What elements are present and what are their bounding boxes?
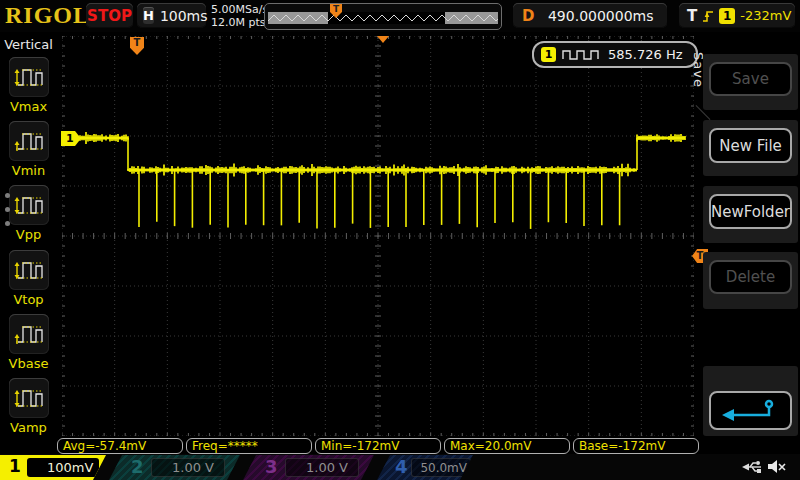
new-file-button[interactable]: New File xyxy=(709,128,792,163)
new-folder-button[interactable]: NewFolder xyxy=(709,194,792,229)
measure-item-label: Vbase xyxy=(0,356,57,371)
left-menu-title: Vertical xyxy=(0,37,57,52)
memory-waveform-strip xyxy=(268,12,498,24)
channel-scale-box: 50.0mV xyxy=(411,458,471,477)
channel2-status[interactable]: 2 1.00 V xyxy=(109,455,240,480)
channel1-trace xyxy=(62,36,694,436)
channel3-status[interactable]: 3 1.00 V xyxy=(243,455,374,480)
channel4-status[interactable]: 4 50.0mV xyxy=(377,455,473,480)
measurement-readout-min: Min=-172mV xyxy=(315,438,441,454)
vpp-button[interactable] xyxy=(9,185,49,225)
channel-scale: 50.0mV xyxy=(420,461,467,475)
measure-item-label: Vmax xyxy=(0,99,57,114)
measurement-readout-max: Max=20.0mV xyxy=(444,438,570,454)
channel-scale-box: 100mV xyxy=(27,458,99,477)
delay-value: 490.000000ms xyxy=(534,8,667,24)
sample-rate: 5.00MSa/s xyxy=(211,3,268,16)
channel-number: 4 xyxy=(395,456,408,477)
usb-icon[interactable] xyxy=(740,459,764,474)
waveform-display xyxy=(62,36,694,436)
memory-waveform-icon xyxy=(268,12,498,24)
measure-item-label: Vamp xyxy=(0,420,57,435)
return-button[interactable] xyxy=(709,391,792,430)
delay-label: D xyxy=(522,7,534,25)
measurement-readout-avg: Avg=-57.4mV xyxy=(57,438,183,454)
rigol-logo: RIGOL xyxy=(5,2,90,29)
memory-depth: 12.0M pts xyxy=(211,16,268,29)
trigger-label: T xyxy=(687,7,697,25)
channel-scale: 1.00 V xyxy=(172,460,214,475)
measurement-readout-base: Base=-172mV xyxy=(573,438,699,454)
top-status-bar: RIGOL STOP H 100ms 5.00MSa/s 12.0M pts T… xyxy=(0,0,800,32)
vmax-button[interactable] xyxy=(9,57,49,97)
page-indicator-dots xyxy=(5,193,10,235)
timebase-label: H xyxy=(143,7,154,24)
channel-scale-box: 1.00 V xyxy=(285,458,359,477)
trigger-level-value: -232mV xyxy=(740,8,791,23)
vbase-button[interactable] xyxy=(9,314,49,354)
horizontal-timebase-group[interactable]: H 100ms xyxy=(137,3,206,28)
measurement-readout-freq: Freq=***** xyxy=(186,438,312,454)
save-button[interactable]: Save xyxy=(709,62,792,96)
acquisition-info: 5.00MSa/s 12.0M pts xyxy=(211,3,268,29)
run-state-indicator[interactable]: STOP xyxy=(86,3,133,28)
vtop-button[interactable] xyxy=(9,250,49,290)
freq-counter-value: 585.726 Hz xyxy=(608,47,683,62)
delete-button[interactable]: Delete xyxy=(709,260,792,294)
trigger-delay-indicator xyxy=(377,36,389,43)
vmax-icon xyxy=(13,64,45,91)
channel-number: 2 xyxy=(131,456,144,477)
freq-counter-channel-badge: 1 xyxy=(541,47,556,62)
channel1-status[interactable]: 1 100mV xyxy=(0,455,106,480)
vmin-icon xyxy=(13,128,45,155)
vbase-icon xyxy=(13,321,45,348)
vamp-button[interactable] xyxy=(9,378,49,418)
rising-edge-icon xyxy=(702,8,714,24)
channel-number: 3 xyxy=(265,456,278,477)
memory-position-bar[interactable]: T xyxy=(264,3,502,30)
channel-scale-box: 1.00 V xyxy=(151,458,225,477)
trigger-readout-group[interactable]: T 1 -232mV xyxy=(679,3,795,28)
speaker-muted-icon[interactable] xyxy=(766,458,788,475)
return-arrow-icon xyxy=(719,398,783,424)
channel-number: 1 xyxy=(9,456,21,476)
vpp-icon xyxy=(13,192,45,219)
frequency-counter: 1 585.726 Hz xyxy=(532,41,698,68)
vmin-button[interactable] xyxy=(9,121,49,161)
oscilloscope-screen: RIGOL STOP H 100ms 5.00MSa/s 12.0M pts T… xyxy=(0,0,800,480)
channel-status-bar: 1 100mV 2 1.00 V 3 1.00 V 4 50.0mV xyxy=(0,454,800,480)
delay-readout-group[interactable]: D 490.000000ms xyxy=(513,3,667,28)
vtop-icon xyxy=(13,257,45,284)
channel-scale: 100mV xyxy=(47,460,93,475)
timebase-value: 100ms xyxy=(160,8,208,24)
channel-scale: 1.00 V xyxy=(306,460,348,475)
measure-item-label: Vtop xyxy=(0,292,57,307)
squarewave-icon xyxy=(562,49,602,61)
vamp-icon xyxy=(13,385,45,412)
measure-item-label: Vmin xyxy=(0,163,57,178)
trigger-source-badge: 1 xyxy=(719,8,735,24)
